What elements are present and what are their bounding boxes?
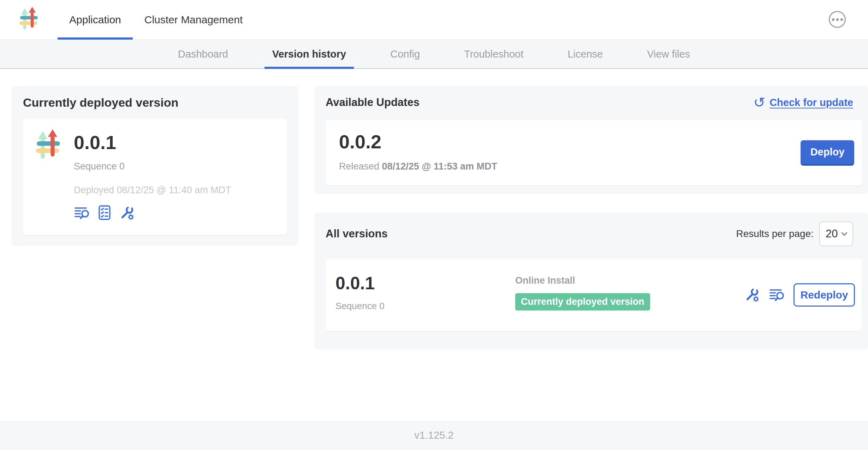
check-for-update-label: Check for update xyxy=(769,97,853,108)
refresh-icon: ↺ xyxy=(754,95,766,109)
subnav-license[interactable]: License xyxy=(560,40,611,68)
ellipsis-menu-icon[interactable] xyxy=(829,11,846,28)
tab-application-label: Application xyxy=(69,14,121,26)
row-actions: Redeploy xyxy=(744,259,862,331)
subnav-troubleshoot[interactable]: Troubleshoot xyxy=(456,40,531,68)
top-navbar: Application Cluster Management xyxy=(0,0,868,40)
subnav-troubleshoot-label: Troubleshoot xyxy=(464,48,523,60)
deploy-logs-icon[interactable] xyxy=(769,287,785,303)
deployed-sequence: Sequence 0 xyxy=(74,161,231,172)
row-sequence: Sequence 0 xyxy=(335,301,515,312)
redeploy-button[interactable]: Redeploy xyxy=(793,283,855,307)
menu-dot xyxy=(840,18,843,21)
subnav-config-label: Config xyxy=(390,48,420,60)
app-logo-icon xyxy=(19,6,39,33)
subnav-view-files[interactable]: View files xyxy=(639,40,698,68)
app-subnav: Dashboard Version history Config Trouble… xyxy=(0,40,868,69)
results-per-page-value: 20 xyxy=(826,227,838,240)
update-released-timestamp: Released 08/12/25 @ 11:53 am MDT xyxy=(339,161,855,172)
deploy-button[interactable]: Deploy xyxy=(801,140,854,166)
console-version: v1.125.2 xyxy=(414,430,453,441)
subnav-dashboard-label: Dashboard xyxy=(178,48,228,60)
currently-deployed-title: Currently deployed version xyxy=(23,96,287,109)
tab-cluster-management-label: Cluster Management xyxy=(144,14,243,26)
menu-dot xyxy=(836,18,839,21)
available-update-card: 0.0.2 Released 08/12/25 @ 11:53 am MDT D… xyxy=(326,120,862,185)
version-history-page: Currently deployed version 0.0.1 Sequenc… xyxy=(0,69,868,349)
row-version-number: 0.0.1 xyxy=(335,273,515,294)
subnav-config[interactable]: Config xyxy=(382,40,428,68)
app-logo-icon xyxy=(34,129,63,163)
edit-config-icon[interactable] xyxy=(744,287,760,303)
deployed-version-card: 0.0.1 Sequence 0 Deployed 08/12/25 @ 11:… xyxy=(23,119,287,235)
edit-config-icon[interactable] xyxy=(119,205,135,221)
all-versions-title: All versions xyxy=(326,227,388,240)
row-install-type: Online Install xyxy=(515,275,744,286)
deployed-timestamp: Deployed 08/12/25 @ 11:40 am MDT xyxy=(74,185,231,196)
available-updates-section: Available Updates ↺ Check for update 0.0… xyxy=(314,86,868,194)
subnav-version-history-label: Version history xyxy=(272,48,346,60)
primary-tabs: Application Cluster Management xyxy=(58,0,254,40)
tab-application[interactable]: Application xyxy=(58,0,133,40)
app-logo xyxy=(0,0,58,40)
admin-console-footer: v1.125.2 xyxy=(0,421,868,450)
subnav-dashboard[interactable]: Dashboard xyxy=(170,40,236,68)
version-row: 0.0.1 Sequence 0 Online Install Currentl… xyxy=(326,259,862,331)
subnav-version-history[interactable]: Version history xyxy=(264,40,354,68)
chevron-down-icon xyxy=(841,232,848,236)
preflight-checks-icon[interactable] xyxy=(96,205,113,221)
deploy-logs-icon[interactable] xyxy=(74,205,90,221)
deployed-version-number: 0.0.1 xyxy=(74,131,231,153)
deployed-actions xyxy=(74,205,231,221)
released-label: Released xyxy=(339,161,379,172)
tab-cluster-management[interactable]: Cluster Management xyxy=(133,0,254,40)
subnav-license-label: License xyxy=(567,48,603,60)
update-version-number: 0.0.2 xyxy=(339,131,855,153)
results-per-page-select[interactable]: 20 xyxy=(819,221,853,246)
available-updates-title: Available Updates xyxy=(326,96,420,109)
results-per-page-label: Results per page: xyxy=(736,228,814,239)
all-versions-section: All versions Results per page: 20 0.0.1 … xyxy=(314,213,868,349)
released-date: 08/12/25 @ 11:53 am MDT xyxy=(382,161,498,172)
results-per-page: Results per page: 20 xyxy=(736,221,853,246)
menu-dot xyxy=(832,18,834,21)
currently-deployed-section: Currently deployed version 0.0.1 Sequenc… xyxy=(12,86,298,246)
check-for-update-link[interactable]: ↺ Check for update xyxy=(754,95,853,109)
subnav-view-files-label: View files xyxy=(647,48,690,60)
currently-deployed-badge: Currently deployed version xyxy=(515,293,650,310)
